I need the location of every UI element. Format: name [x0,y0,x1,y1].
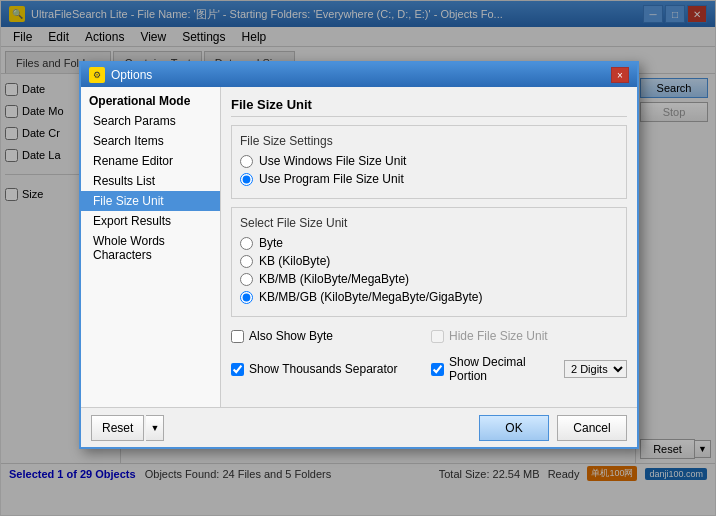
radio-byte[interactable] [240,237,253,250]
show-thousands-label: Show Thousands Separator [249,362,398,376]
also-show-byte-label: Also Show Byte [249,329,333,343]
show-thousands-checkbox[interactable] [231,363,244,376]
radio-kb[interactable] [240,255,253,268]
footer-left: Reset ▼ [91,415,164,441]
nav-search-params[interactable]: Search Params [81,111,220,131]
radio-kb-row: KB (KiloByte) [240,254,618,268]
dialog-title-bar: ⚙ Options × [81,63,637,87]
radio-kbmb-label: KB/MB (KiloByte/MegaByte) [259,272,409,286]
radio-program-unit[interactable] [240,173,253,186]
radio-windows-unit-row: Use Windows File Size Unit [240,154,618,168]
dialog-nav: Operational Mode Search Params Search It… [81,87,221,407]
radio-kbmbgb-label: KB/MB/GB (KiloByte/MegaByte/GigaByte) [259,290,482,304]
dialog-content: File Size Unit File Size Settings Use Wi… [221,87,637,407]
cancel-button[interactable]: Cancel [557,415,627,441]
nav-file-size-unit[interactable]: File Size Unit [81,191,220,211]
digits-select[interactable]: 1 Digit 2 Digits 3 Digits [564,360,627,378]
show-decimal-label: Show Decimal Portion [449,355,561,383]
radio-kbmbgb[interactable] [240,291,253,304]
options-grid: Also Show Byte Hide File Size Unit Show … [231,325,627,387]
nav-export-results[interactable]: Export Results [81,211,220,231]
radio-program-label: Use Program File Size Unit [259,172,404,186]
dialog-title: Options [111,68,611,82]
main-window: 🔍 UltraFileSearch Lite - File Name: '图片'… [0,0,716,516]
footer-right: OK Cancel [479,415,627,441]
radio-windows-unit[interactable] [240,155,253,168]
ok-button[interactable]: OK [479,415,549,441]
also-show-byte-checkbox[interactable] [231,330,244,343]
radio-kb-label: KB (KiloByte) [259,254,330,268]
radio-windows-label: Use Windows File Size Unit [259,154,406,168]
show-decimal-row: Show Decimal Portion 1 Digit 2 Digits 3 … [431,355,627,383]
dialog-icon: ⚙ [89,67,105,83]
also-show-byte-row: Also Show Byte [231,329,427,343]
radio-kbmb[interactable] [240,273,253,286]
hide-file-size-checkbox[interactable] [431,330,444,343]
show-thousands-row: Show Thousands Separator [231,362,427,376]
reset-dialog-button[interactable]: Reset [91,415,144,441]
nav-rename-editor[interactable]: Rename Editor [81,151,220,171]
modal-overlay: ⚙ Options × Operational Mode Search Para… [1,1,715,515]
hide-file-size-row: Hide File Size Unit [431,329,627,343]
radio-program-unit-row: Use Program File Size Unit [240,172,618,186]
nav-search-items[interactable]: Search Items [81,131,220,151]
nav-results-list[interactable]: Results List [81,171,220,191]
select-unit-label: Select File Size Unit [240,216,618,230]
radio-kbmbgb-row: KB/MB/GB (KiloByte/MegaByte/GigaByte) [240,290,618,304]
content-title: File Size Unit [231,97,627,117]
dialog-body: Operational Mode Search Params Search It… [81,87,637,407]
options-dialog: ⚙ Options × Operational Mode Search Para… [79,61,639,449]
radio-kbmb-row: KB/MB (KiloByte/MegaByte) [240,272,618,286]
hide-file-size-label: Hide File Size Unit [449,329,548,343]
radio-byte-label: Byte [259,236,283,250]
dialog-footer: Reset ▼ OK Cancel [81,407,637,447]
nav-operational-mode[interactable]: Operational Mode [81,91,220,111]
file-size-settings-section: File Size Settings Use Windows File Size… [231,125,627,199]
select-unit-section: Select File Size Unit Byte KB (KiloByte)… [231,207,627,317]
reset-dialog-arrow-button[interactable]: ▼ [146,415,164,441]
radio-byte-row: Byte [240,236,618,250]
nav-whole-words[interactable]: Whole Words Characters [81,231,220,265]
show-decimal-checkbox[interactable] [431,363,444,376]
dialog-close-button[interactable]: × [611,67,629,83]
file-size-settings-label: File Size Settings [240,134,618,148]
